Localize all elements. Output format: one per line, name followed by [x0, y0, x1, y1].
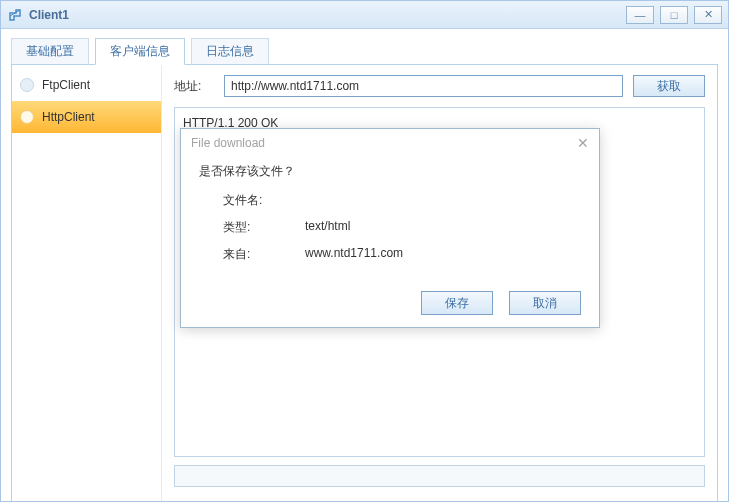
status-bar [174, 465, 705, 487]
dialog-row-from: 来自: www.ntd1711.com [199, 246, 581, 263]
tab-label: 日志信息 [206, 44, 254, 58]
sidebar: FtpClient HttpClient [12, 65, 162, 502]
window-buttons: — □ ✕ [626, 6, 722, 24]
sidebar-item-ftpclient[interactable]: FtpClient [12, 69, 161, 101]
dialog-row-filename: 文件名: [199, 192, 581, 209]
dialog-titlebar: File download ✕ [181, 129, 599, 157]
dialog-title: File download [191, 136, 265, 150]
dialog-row-type: 类型: text/html [199, 219, 581, 236]
tab-label: 基础配置 [26, 44, 74, 58]
dialog-body: 是否保存该文件？ 文件名: 类型: text/html 来自: www.ntd1… [181, 157, 599, 279]
fetch-button[interactable]: 获取 [633, 75, 705, 97]
dot-icon [20, 78, 34, 92]
address-input[interactable] [224, 75, 623, 97]
tab-client-info[interactable]: 客户端信息 [95, 38, 185, 65]
tabs: 基础配置 客户端信息 日志信息 [11, 37, 718, 64]
type-label: 类型: [199, 219, 269, 236]
maximize-button[interactable]: □ [660, 6, 688, 24]
file-download-dialog: File download ✕ 是否保存该文件？ 文件名: 类型: text/h… [180, 128, 600, 328]
sidebar-item-label: HttpClient [42, 110, 95, 124]
filename-value [269, 192, 305, 209]
sidebar-item-label: FtpClient [42, 78, 90, 92]
from-value: www.ntd1711.com [269, 246, 403, 263]
tab-label: 客户端信息 [110, 44, 170, 58]
cancel-button[interactable]: 取消 [509, 291, 581, 315]
window-title: Client1 [29, 8, 626, 22]
tab-basic-config[interactable]: 基础配置 [11, 38, 89, 65]
sidebar-item-httpclient[interactable]: HttpClient [12, 101, 161, 133]
titlebar: Client1 — □ ✕ [1, 1, 728, 29]
close-icon[interactable]: ✕ [577, 135, 589, 151]
close-button[interactable]: ✕ [694, 6, 722, 24]
address-row: 地址: 获取 [174, 75, 705, 97]
type-value: text/html [269, 219, 350, 236]
dialog-footer: 保存 取消 [421, 291, 581, 315]
tab-log-info[interactable]: 日志信息 [191, 38, 269, 65]
minimize-button[interactable]: — [626, 6, 654, 24]
address-label: 地址: [174, 78, 214, 95]
app-icon [7, 7, 23, 23]
dot-icon [20, 110, 34, 124]
filename-label: 文件名: [199, 192, 269, 209]
dialog-question: 是否保存该文件？ [199, 163, 581, 180]
save-button[interactable]: 保存 [421, 291, 493, 315]
from-label: 来自: [199, 246, 269, 263]
